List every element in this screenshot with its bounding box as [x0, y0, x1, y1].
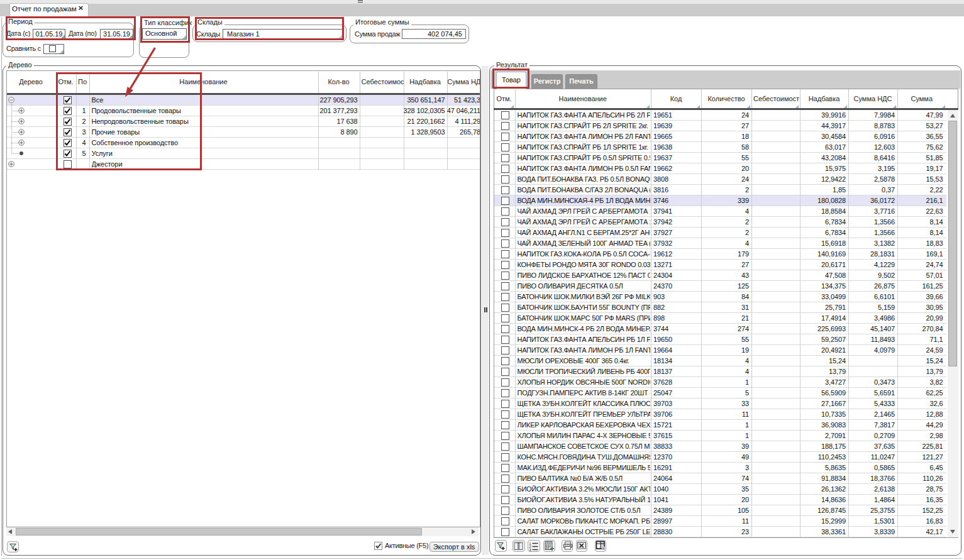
svg-text:3: 3 [529, 547, 531, 551]
